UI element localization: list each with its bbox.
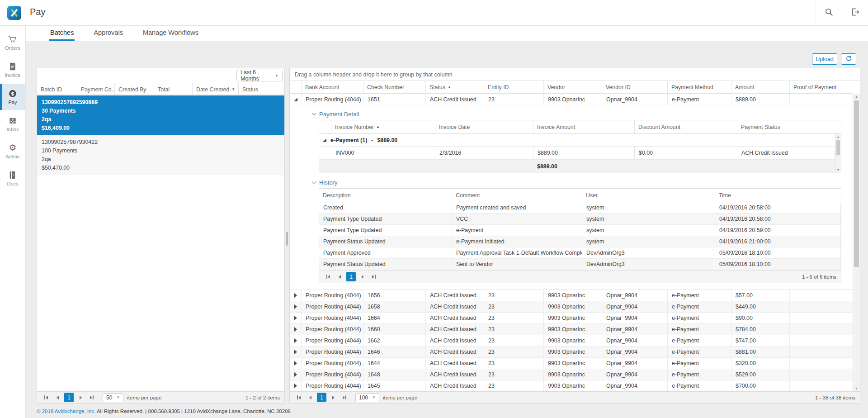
payment-cell-status: ACH Credit Issued (426, 347, 484, 357)
payments-col-entity-id[interactable]: Entity ID (484, 81, 544, 93)
copyright-link[interactable]: © 2018 Avidxchange, Inc. (37, 408, 95, 414)
tab-batches[interactable]: Batches (49, 26, 75, 41)
payments-first-page-button[interactable] (294, 393, 303, 402)
search-button[interactable] (816, 0, 842, 25)
payment-cell-entity-id: 23 (484, 290, 544, 301)
batches-first-page-button[interactable] (42, 393, 51, 402)
history-col-description[interactable]: Description (319, 189, 452, 202)
tab-manage-workflows[interactable]: Manage Workflows (142, 26, 199, 41)
payment-row[interactable]: Proper Routing (4044)1658ACH Credit Issu… (290, 301, 853, 313)
payment-cell-bank-account: Proper Routing (4044) (302, 335, 363, 346)
scroll-down-icon[interactable]: ▼ (835, 168, 841, 172)
payments-col-amount[interactable]: Amount (731, 81, 790, 93)
expand-row-button[interactable] (290, 347, 302, 357)
payments-col-vendor-id[interactable]: Vendor ID (602, 81, 668, 93)
history-col-time[interactable]: Time (715, 189, 841, 202)
scroll-up-icon[interactable]: ▲ (835, 135, 841, 139)
payment-row[interactable]: Proper Routing (4044)1644ACH Credit Issu… (290, 358, 853, 369)
logout-button[interactable] (842, 0, 868, 25)
expand-row-button[interactable] (290, 290, 302, 301)
payments-last-page-button[interactable] (340, 393, 349, 402)
history-first-page-button[interactable] (324, 272, 333, 281)
batches-current-page[interactable]: 1 (64, 393, 74, 402)
payment-detail-col-payment-status[interactable]: Payment Status (737, 120, 841, 133)
batches-col-status[interactable]: Status (239, 83, 284, 95)
payments-scrollbar[interactable]: ▲ ▼ (853, 94, 860, 391)
scrollbar-thumb[interactable] (854, 100, 859, 267)
payment-detail-col-invoice-number[interactable]: Invoice Number▲ (331, 120, 435, 133)
chevron-down-icon: ▼ (372, 395, 376, 399)
sidebar-item-docs[interactable]: ?Docs (0, 165, 25, 191)
sidebar-item-pay[interactable]: $Pay (0, 84, 25, 110)
payment-detail-col-invoice-date[interactable]: Invoice Date (435, 120, 533, 133)
batches-col-batch-id[interactable]: Batch ID (37, 83, 77, 95)
payments-current-page[interactable]: 1 (317, 393, 326, 402)
sidebar-item-orders[interactable]: Orders (0, 29, 25, 56)
payments-col-proof-of-payment[interactable]: Proof of Payment (790, 81, 853, 93)
payment-detail-heading[interactable]: Payment Detail (312, 108, 841, 120)
date-range-filter-dropdown[interactable]: Last 6 Months ▼ (236, 70, 283, 81)
panel-splitter-handle[interactable] (286, 232, 288, 246)
batch-total: $50,470.00 (42, 164, 280, 172)
payment-detail-row[interactable]: INV0002/3/2016$889.00$0.00ACH Credit Iss… (319, 147, 835, 160)
history-heading[interactable]: History (312, 176, 841, 188)
payments-col-check-number[interactable]: Check Number (363, 81, 426, 93)
group-by-drop-zone[interactable]: Drag a column header and drop it here to… (290, 68, 860, 81)
avidxchange-logo[interactable] (7, 6, 21, 20)
expand-row-button[interactable] (290, 380, 302, 391)
sidebar-item-inbox[interactable]: Inbox (0, 111, 25, 137)
scroll-up-icon[interactable]: ▲ (853, 95, 860, 99)
batches-last-page-button[interactable] (87, 393, 96, 402)
payment-row[interactable]: Proper Routing (4044)1664ACH Credit Issu… (290, 313, 853, 324)
payment-detail-scrollbar[interactable]: ▲ ▼ (835, 134, 841, 173)
expand-row-button[interactable] (290, 335, 302, 346)
batch-row[interactable]: 13099025789259088930 Payments2qa$16,409.… (37, 95, 284, 135)
batches-col-date-created[interactable]: Date Created▼ (193, 83, 239, 95)
history-col-user[interactable]: User (582, 189, 715, 202)
payment-row[interactable]: Proper Routing (4044)1660ACH Credit Issu… (290, 324, 853, 335)
payments-col-vendor[interactable]: Vendor (544, 81, 602, 93)
batch-row[interactable]: 130990257987930422100 Payments2qa$50,470… (37, 135, 284, 175)
payments-col-status[interactable]: Status▲ (426, 81, 484, 93)
tab-approvals[interactable]: Approvals (93, 26, 123, 41)
batches-prev-page-button[interactable] (53, 393, 62, 402)
history-next-page-button[interactable] (358, 272, 367, 281)
payments-col-bank-account[interactable]: Bank Account (302, 81, 363, 93)
sidebar-item-admin[interactable]: ⚙Admin (0, 138, 25, 164)
batches-col-payment-co[interactable]: Payment Co... (77, 83, 115, 95)
upload-button[interactable]: Upload (812, 53, 837, 65)
batches-col-total[interactable]: Total (154, 83, 193, 95)
payment-cell-payment-method: e-Payment (668, 94, 731, 105)
history-col-comment[interactable]: Comment (452, 189, 582, 202)
payment-detail-col-invoice-amount[interactable]: Invoice Amount (533, 120, 635, 133)
payment-row[interactable]: Proper Routing (4044)1648ACH Credit Issu… (290, 369, 853, 380)
expand-row-button[interactable] (290, 369, 302, 380)
payment-row[interactable]: Proper Routing (4044)1656ACH Credit Issu… (290, 290, 853, 301)
payment-row[interactable]: Proper Routing (4044)1646ACH Credit Issu… (290, 347, 853, 358)
collapse-row-button[interactable] (290, 94, 302, 105)
expand-row-button[interactable] (290, 324, 302, 335)
expand-row-button[interactable] (290, 313, 302, 323)
history-prev-page-button[interactable] (335, 272, 344, 281)
scrollbar-thumb[interactable] (836, 140, 840, 155)
payments-page-size-dropdown[interactable]: 100▼ (355, 393, 379, 402)
payment-detail-group-row[interactable]: e-Payment (1)-$889.00 (319, 134, 835, 147)
history-last-page-button[interactable] (369, 272, 378, 281)
refresh-button[interactable] (841, 53, 856, 65)
payment-detail-col-discount-amount[interactable]: Discount Amount (635, 120, 737, 133)
payments-next-page-button[interactable] (329, 393, 338, 402)
payment-row[interactable]: Proper Routing (4044)1662ACH Credit Issu… (290, 335, 853, 347)
batches-next-page-button[interactable] (76, 393, 85, 402)
history-current-page[interactable]: 1 (346, 272, 356, 281)
expand-row-button[interactable] (290, 301, 302, 312)
batches-page-size-dropdown[interactable]: 50▼ (103, 393, 123, 402)
payments-col-payment-method[interactable]: Payment Method (668, 81, 731, 93)
expand-row-button[interactable] (290, 358, 302, 369)
batches-col-created-by[interactable]: Created By (115, 83, 154, 95)
caret-collapsed-icon (294, 316, 297, 320)
payment-row[interactable]: Proper Routing (4044)1651ACH Credit Issu… (290, 94, 853, 105)
scroll-down-icon[interactable]: ▼ (853, 386, 860, 391)
sidebar-item-invoice[interactable]: Invoice (0, 57, 25, 83)
payment-row[interactable]: Proper Routing (4044)1645ACH Credit Issu… (290, 380, 853, 391)
payments-prev-page-button[interactable] (306, 393, 315, 402)
